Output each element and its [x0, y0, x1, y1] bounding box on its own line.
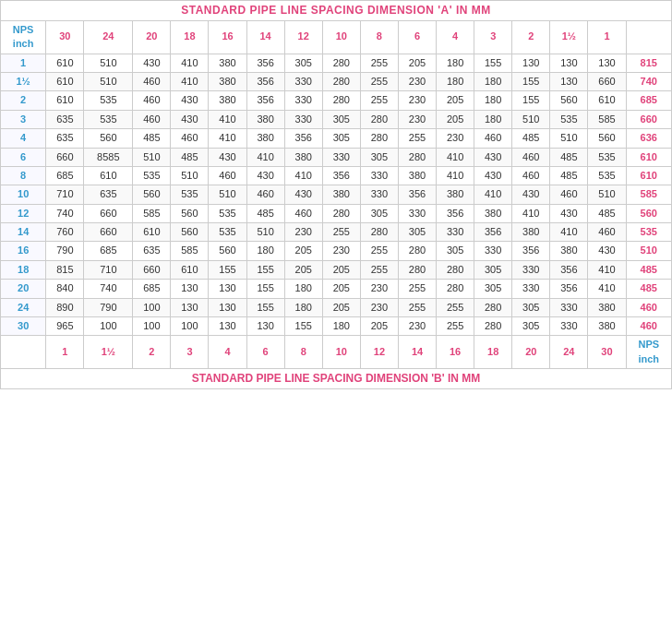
col-10: 10 — [322, 20, 360, 54]
data-cell: 100 — [84, 317, 133, 336]
data-cell: 305 — [474, 280, 512, 298]
data-cell: 610 — [46, 54, 84, 72]
data-cell: 356 — [474, 223, 512, 242]
data-cell: 790 — [84, 298, 133, 316]
data-cell: 410 — [437, 166, 474, 185]
data-cell: 485 — [588, 204, 626, 222]
data-cell: 710 — [84, 260, 133, 279]
data-cell: 330 — [437, 223, 474, 242]
data-cell: 280 — [437, 280, 474, 298]
data-cell: 610 — [171, 260, 209, 279]
data-cell: 430 — [588, 242, 626, 260]
data-cell: 380 — [588, 298, 626, 316]
row-label-right: 685 — [626, 91, 671, 110]
data-cell: 460 — [474, 129, 512, 148]
data-cell: 205 — [322, 298, 360, 316]
data-cell: 305 — [360, 204, 398, 222]
table-row: 20 840 740 685 130 130 155 180 205 230 2… — [1, 280, 672, 298]
data-cell: 255 — [398, 298, 436, 316]
data-cell: 230 — [360, 298, 398, 316]
data-cell: 380 — [512, 223, 550, 242]
data-cell: 180 — [284, 280, 322, 298]
bottom-col-24: 24 — [550, 336, 588, 369]
row-label-left: 10 — [1, 185, 46, 204]
data-cell: 535 — [133, 166, 171, 185]
data-cell: 255 — [360, 260, 398, 279]
data-cell: 410 — [171, 54, 209, 72]
data-cell: 330 — [512, 260, 550, 279]
data-cell: 356 — [398, 185, 436, 204]
data-cell: 230 — [398, 317, 436, 336]
table-row: 12 740 660 585 560 535 485 460 280 305 3… — [1, 204, 672, 222]
data-cell: 535 — [588, 148, 626, 166]
data-cell: 430 — [284, 185, 322, 204]
data-cell: 460 — [209, 166, 246, 185]
data-cell: 535 — [171, 185, 209, 204]
data-cell: 255 — [398, 129, 436, 148]
data-cell: 356 — [437, 204, 474, 222]
data-cell: 840 — [46, 280, 84, 298]
data-cell: 356 — [512, 242, 550, 260]
data-cell: 410 — [284, 166, 322, 185]
data-cell: 430 — [246, 166, 284, 185]
data-cell: 380 — [246, 129, 284, 148]
row-label-right: 485 — [626, 260, 671, 279]
row-label-left: 24 — [1, 298, 46, 316]
data-cell: 460 — [284, 204, 322, 222]
col-12: 12 — [284, 20, 322, 54]
data-cell: 815 — [46, 260, 84, 279]
data-cell: 610 — [46, 72, 84, 90]
data-cell: 155 — [474, 54, 512, 72]
row-label-right: 610 — [626, 166, 671, 185]
data-cell: 635 — [46, 110, 84, 128]
data-cell: 460 — [133, 91, 171, 110]
col-6: 6 — [398, 20, 436, 54]
col-right-header — [626, 20, 671, 54]
data-cell: 130 — [209, 298, 246, 316]
data-cell: 610 — [84, 166, 133, 185]
data-cell: 305 — [437, 242, 474, 260]
row-label-right: 560 — [626, 204, 671, 222]
table-row: 14 760 660 610 560 535 510 230 255 280 3… — [1, 223, 672, 242]
data-cell: 560 — [209, 242, 246, 260]
data-cell: 635 — [46, 129, 84, 148]
data-cell: 610 — [588, 91, 626, 110]
data-cell: 230 — [398, 91, 436, 110]
data-cell: 280 — [360, 129, 398, 148]
data-cell: 205 — [360, 317, 398, 336]
bottom-col-8: 8 — [284, 336, 322, 369]
data-cell: 130 — [550, 72, 588, 90]
data-cell: 585 — [588, 110, 626, 128]
bottom-col-header-row: 1 1½ 2 3 4 6 8 10 12 14 16 18 20 24 30 N… — [1, 336, 672, 369]
row-label-right: 585 — [626, 185, 671, 204]
data-cell: 535 — [209, 223, 246, 242]
col-16: 16 — [209, 20, 246, 54]
data-cell: 485 — [512, 129, 550, 148]
data-cell: 410 — [588, 260, 626, 279]
data-cell: 280 — [398, 260, 436, 279]
data-cell: 535 — [550, 110, 588, 128]
data-cell: 130 — [171, 298, 209, 316]
bottom-col-1half: 1½ — [84, 336, 133, 369]
data-cell: 535 — [588, 166, 626, 185]
row-label-right: 740 — [626, 72, 671, 90]
table-row: 10 710 635 560 535 510 460 430 380 330 3… — [1, 185, 672, 204]
data-cell: 380 — [284, 148, 322, 166]
data-cell: 280 — [322, 91, 360, 110]
data-cell: 740 — [84, 280, 133, 298]
data-cell: 356 — [284, 129, 322, 148]
data-cell: 330 — [322, 148, 360, 166]
data-cell: 485 — [133, 129, 171, 148]
bottom-col-3: 3 — [171, 336, 209, 369]
data-cell: 155 — [246, 280, 284, 298]
title-row-bottom: STANDARD PIPE LINE SPACING DIMENSION 'B'… — [1, 369, 672, 389]
row-label-left: 30 — [1, 317, 46, 336]
data-cell: 460 — [133, 110, 171, 128]
bottom-col-empty — [1, 336, 46, 369]
data-cell: 660 — [84, 204, 133, 222]
row-label-left: 14 — [1, 223, 46, 242]
data-cell: 330 — [550, 317, 588, 336]
table-row: 30 965 100 100 100 130 130 155 180 205 2… — [1, 317, 672, 336]
data-cell: 660 — [588, 72, 626, 90]
table-row: 2 610 535 460 430 380 356 330 280 255 23… — [1, 91, 672, 110]
